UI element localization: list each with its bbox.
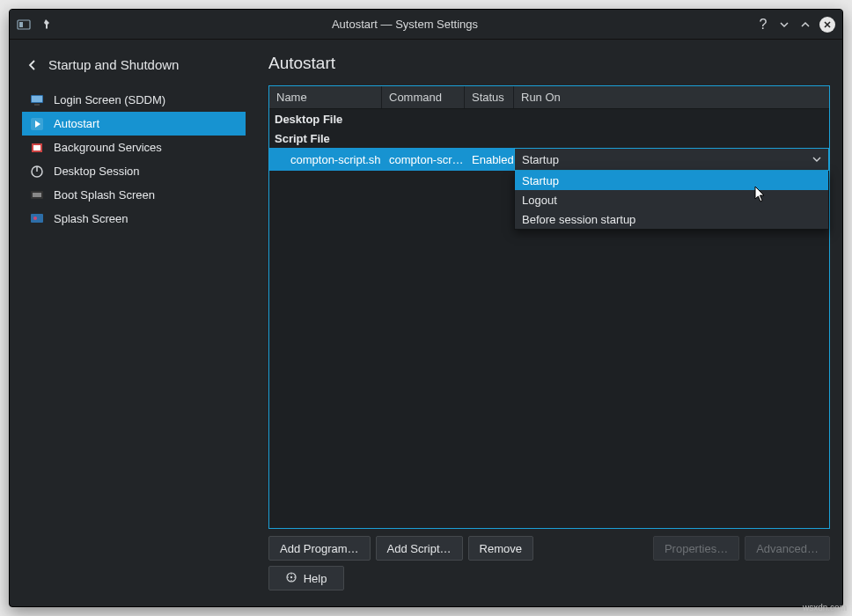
sidebar-item-label: Boot Splash Screen xyxy=(54,188,155,202)
properties-button: Properties… xyxy=(653,536,739,561)
runon-selected-value: Startup xyxy=(522,153,559,166)
svg-rect-4 xyxy=(34,104,40,106)
splash-screen-icon xyxy=(29,211,45,227)
advanced-button: Advanced… xyxy=(745,536,830,561)
column-name[interactable]: Name xyxy=(269,86,382,108)
column-command[interactable]: Command xyxy=(382,86,465,108)
cell-runon: Startup xyxy=(514,148,829,171)
window-title: Autostart — System Settings xyxy=(54,18,756,31)
sidebar-item-label: Background Services xyxy=(54,141,162,154)
help-icon[interactable]: ? xyxy=(756,18,770,32)
add-program-button[interactable]: Add Program… xyxy=(268,536,371,561)
svg-rect-3 xyxy=(32,96,42,102)
close-icon[interactable] xyxy=(819,17,835,33)
sidebar-item-desktop-session[interactable]: Desktop Session xyxy=(22,159,246,183)
chevron-down-icon xyxy=(812,153,821,166)
page-title: Autostart xyxy=(268,54,830,73)
watermark: wsxdn.com xyxy=(803,603,847,612)
sidebar-back-header[interactable]: Startup and Shutdown xyxy=(22,52,246,88)
pin-icon[interactable] xyxy=(40,18,54,32)
sidebar-item-label: Splash Screen xyxy=(54,212,129,225)
sidebar: Startup and Shutdown Login Screen (SDDM)… xyxy=(22,52,246,590)
power-icon xyxy=(29,164,45,180)
help-button[interactable]: Help xyxy=(268,566,344,590)
dropdown-item-logout[interactable]: Logout xyxy=(515,190,828,209)
dropdown-item-startup[interactable]: Startup xyxy=(515,171,828,190)
dropdown-item-before-session[interactable]: Before session startup xyxy=(515,209,828,229)
svg-rect-7 xyxy=(33,145,40,150)
window-frame: Autostart — System Settings ? Startup an… xyxy=(9,9,843,607)
sidebar-item-boot-splash[interactable]: Boot Splash Screen xyxy=(22,183,246,207)
sidebar-item-label: Desktop Session xyxy=(54,165,140,178)
table-header: Name Command Status Run On xyxy=(269,86,829,109)
section-desktop-file[interactable]: Desktop File xyxy=(269,109,829,128)
cell-name: compton-script.sh xyxy=(269,153,382,166)
help-button-label: Help xyxy=(304,572,327,585)
column-status[interactable]: Status xyxy=(465,86,514,108)
play-icon xyxy=(29,116,45,132)
remove-button[interactable]: Remove xyxy=(468,536,533,561)
help-button-icon xyxy=(286,572,297,585)
svg-rect-1 xyxy=(19,22,23,27)
sidebar-item-label: Autostart xyxy=(54,117,99,130)
section-script-file[interactable]: Script File xyxy=(269,128,829,148)
sidebar-item-label: Login Screen (SDDM) xyxy=(54,93,165,106)
boot-splash-icon xyxy=(29,187,45,203)
runon-dropdown: Startup Logout Before session startup xyxy=(514,171,829,230)
sidebar-item-background-services[interactable]: Background Services xyxy=(22,136,246,159)
sidebar-item-autostart[interactable]: Autostart xyxy=(22,112,246,136)
svg-rect-11 xyxy=(33,193,41,197)
svg-point-13 xyxy=(33,216,37,220)
column-runon[interactable]: Run On xyxy=(514,86,829,108)
back-icon xyxy=(26,58,40,72)
monitor-icon xyxy=(29,92,45,108)
sidebar-item-login-screen[interactable]: Login Screen (SDDM) xyxy=(22,88,246,112)
cell-status[interactable]: Enabled xyxy=(465,153,514,166)
table-row[interactable]: compton-script.sh compton-scri… Enabled … xyxy=(269,148,829,171)
minimize-icon[interactable] xyxy=(777,18,791,32)
maximize-icon[interactable] xyxy=(798,18,812,32)
sidebar-header-label: Startup and Shutdown xyxy=(48,57,179,72)
main-panel: Autostart Name Command Status Run On Des… xyxy=(246,52,830,590)
titlebar: Autostart — System Settings ? xyxy=(10,10,842,40)
sidebar-item-splash-screen[interactable]: Splash Screen xyxy=(22,207,246,231)
autostart-table: Name Command Status Run On Desktop File … xyxy=(268,85,830,529)
cell-command: compton-scri… xyxy=(382,153,465,166)
background-services-icon xyxy=(29,140,45,156)
runon-select[interactable]: Startup xyxy=(514,148,829,171)
app-icon xyxy=(17,18,31,32)
svg-point-15 xyxy=(290,576,291,577)
action-buttons: Add Program… Add Script… Remove Properti… xyxy=(268,536,830,561)
add-script-button[interactable]: Add Script… xyxy=(376,536,463,561)
